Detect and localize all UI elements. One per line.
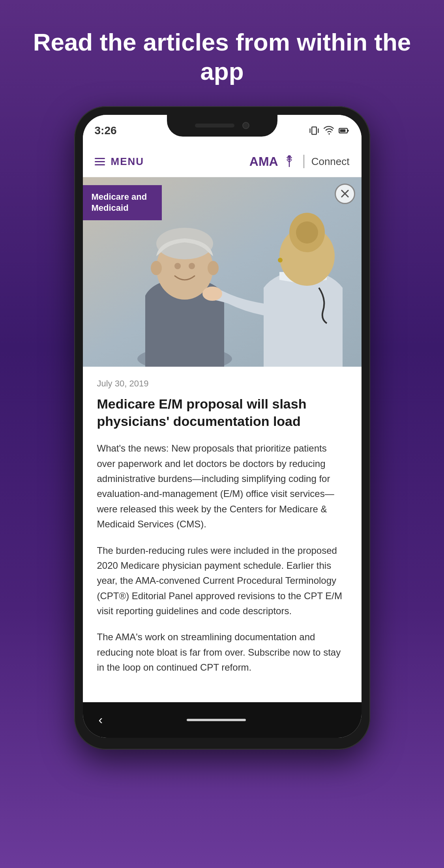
home-indicator[interactable] — [187, 719, 246, 721]
article-content: July 30, 2019 Medicare E/M proposal will… — [83, 367, 362, 702]
status-time: 3:26 — [95, 124, 117, 137]
article-paragraph-3: The AMA's work on streamlining documenta… — [97, 630, 347, 675]
phone-screen: 3:26 — [83, 115, 362, 738]
caduceus-icon — [282, 154, 296, 169]
svg-rect-5 — [347, 129, 349, 131]
svg-point-21 — [202, 287, 222, 301]
page-title: Read the articles from within the app — [32, 28, 412, 86]
vibrate-icon — [309, 125, 320, 136]
article-paragraph-1: What's the news: New proposals that prio… — [97, 441, 347, 532]
svg-point-17 — [208, 261, 219, 275]
ama-text: AMA — [249, 154, 278, 169]
svg-rect-2 — [318, 128, 318, 133]
hamburger-icon[interactable] — [95, 158, 105, 165]
svg-rect-6 — [340, 129, 345, 132]
svg-point-22 — [278, 258, 283, 262]
svg-point-16 — [151, 261, 162, 275]
wifi-icon — [324, 125, 335, 136]
article-body: What's the news: New proposals that prio… — [97, 441, 347, 675]
article-paragraph-2: The burden-reducing rules were included … — [97, 543, 347, 619]
logo-divider — [303, 155, 304, 168]
connect-text: Connect — [311, 156, 350, 168]
svg-point-15 — [189, 263, 195, 269]
article-date: July 30, 2019 — [97, 379, 347, 389]
svg-point-20 — [296, 221, 318, 244]
article-image: Medicare and Medicaid — [83, 177, 362, 367]
page-header: Read the articles from within the app — [0, 0, 444, 106]
front-camera — [242, 122, 249, 129]
category-badge: Medicare and Medicaid — [83, 185, 162, 220]
status-bar: 3:26 — [83, 115, 362, 146]
status-icons — [309, 125, 350, 136]
notch — [167, 115, 277, 137]
battery-icon — [339, 125, 350, 136]
svg-rect-1 — [309, 128, 310, 133]
ama-logo: AMA Connect — [249, 154, 350, 169]
close-button[interactable] — [335, 184, 355, 204]
app-header: MENU AMA Connect — [83, 146, 362, 177]
bottom-nav: ‹ — [83, 702, 362, 738]
svg-point-14 — [174, 263, 181, 269]
phone-frame: 3:26 — [74, 106, 370, 750]
svg-point-3 — [328, 133, 330, 135]
article-title: Medicare E/M proposal will slash physici… — [97, 395, 347, 430]
svg-point-13 — [156, 228, 213, 259]
speaker — [195, 124, 234, 127]
menu-label: MENU — [111, 156, 144, 168]
menu-section[interactable]: MENU — [95, 156, 144, 168]
back-button[interactable]: ‹ — [99, 712, 103, 727]
svg-rect-0 — [312, 127, 317, 134]
